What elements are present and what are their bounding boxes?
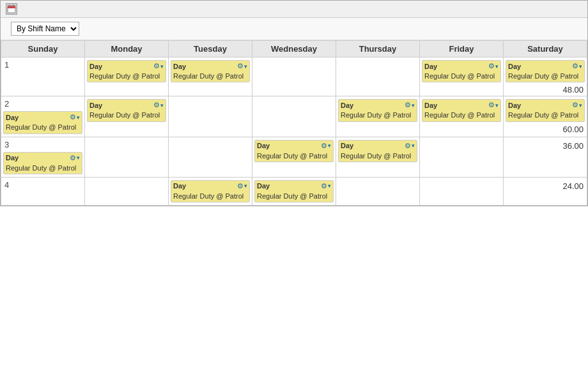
shift-header-w3-d5-s1: Day⚙▾ [341,142,415,150]
color-coding-select[interactable]: By Shift Name By Employee By Position [11,22,79,36]
day-cell-w2-d1: 2Day⚙▾Regular Duty @ Patrol [1,96,85,137]
week-row-1: 1Day⚙▾Regular Duty @ PatrolDay⚙▾Regular … [1,57,587,96]
day-cell-w4-d1: 4 [1,177,85,205]
shift-name-w1-d3-s1: Day [173,63,186,70]
shift-card-w1-d2-s1[interactable]: Day⚙▾Regular Duty @ Patrol [87,60,166,82]
header-saturday: Saturday [504,41,587,57]
day-cell-w1-d1: 1 [1,57,85,96]
shift-gear-button-w3-d1-s1[interactable]: ⚙▾ [70,154,80,162]
week-hours-4: 24.00 [505,181,585,191]
shift-header-w3-d1-s1: Day⚙▾ [6,154,80,162]
shift-header-w2-d6-s1: Day⚙▾ [424,101,499,109]
shift-card-w3-d5-s1[interactable]: Day⚙▾Regular Duty @ Patrol [338,140,417,162]
shift-card-w3-d1-s1[interactable]: Day⚙▾Regular Duty @ Patrol [3,152,82,174]
week-hours-2: 60.00 [505,125,585,134]
day-cell-w4-d7: 24.00 [504,177,587,205]
shift-header-w1-d2-s1: Day⚙▾ [89,62,164,70]
week-row-4: 4Day⚙▾Regular Duty @ PatrolDay⚙▾Regular … [1,177,587,205]
shift-header-w1-d6-s1: Day⚙▾ [424,62,499,70]
shift-header-w2-d2-s1: Day⚙▾ [89,101,164,109]
title-icon [6,3,17,15]
title-bar [1,1,587,18]
shift-desc-w2-d2-s1: Regular Duty @ Patrol [89,110,164,119]
day-cell-w3-d7: 36.00 [504,137,587,177]
shift-name-w1-d2-s1: Day [89,63,102,70]
shift-card-w2-d7-s1[interactable]: Day⚙▾Regular Duty @ Patrol [506,99,585,121]
week-number-4: 4 [3,179,83,191]
header-sunday: Sunday [1,41,85,57]
day-cell-w3-d2 [85,137,169,177]
header-wednesday: Wednesday [252,41,336,57]
shift-gear-button-w4-d4-s1[interactable]: ⚙▾ [321,182,331,190]
calendar-table: Sunday Monday Tuesday Wednesday Thursday… [1,40,587,206]
week-hours-1: 48.00 [505,85,585,95]
shift-card-w1-d6-s1[interactable]: Day⚙▾Regular Duty @ Patrol [422,60,501,82]
shift-gear-button-w4-d3-s1[interactable]: ⚙▾ [237,182,247,190]
week-number-1: 1 [3,59,83,71]
shift-name-w2-d6-s1: Day [424,102,437,109]
shift-gear-button-w3-d4-s1[interactable]: ⚙▾ [321,142,331,150]
week-number-2: 2 [3,98,83,110]
shift-name-w2-d1-s1: Day [6,114,19,121]
shift-gear-button-w1-d6-s1[interactable]: ⚙▾ [488,62,499,70]
shift-name-w3-d4-s1: Day [257,142,270,149]
day-cell-w4-d3: Day⚙▾Regular Duty @ Patrol [169,177,252,205]
shift-card-w4-d4-s1[interactable]: Day⚙▾Regular Duty @ Patrol [254,180,334,202]
header-friday: Friday [420,41,504,57]
day-cell-w4-d4: Day⚙▾Regular Duty @ Patrol [252,177,336,205]
shift-desc-w2-d7-s1: Regular Duty @ Patrol [508,110,582,119]
shift-name-w4-d3-s1: Day [173,182,186,190]
day-cell-w2-d6: Day⚙▾Regular Duty @ Patrol [420,96,504,137]
shift-desc-w3-d4-s1: Regular Duty @ Patrol [257,151,331,160]
shift-desc-w3-d5-s1: Regular Duty @ Patrol [341,151,415,160]
shift-gear-button-w2-d7-s1[interactable]: ⚙▾ [572,101,582,109]
shift-card-w2-d6-s1[interactable]: Day⚙▾Regular Duty @ Patrol [422,99,501,121]
shift-header-w2-d1-s1: Day⚙▾ [6,113,80,121]
week-number-3: 3 [3,139,83,151]
color-coding-area: By Shift Name By Employee By Position [7,22,79,36]
shift-gear-button-w2-d5-s1[interactable]: ⚙▾ [405,101,415,109]
shift-card-w1-d3-s1[interactable]: Day⚙▾Regular Duty @ Patrol [171,60,250,82]
day-cell-w1-d3: Day⚙▾Regular Duty @ Patrol [169,57,252,96]
shift-card-w4-d3-s1[interactable]: Day⚙▾Regular Duty @ Patrol [171,180,250,202]
shift-card-w3-d4-s1[interactable]: Day⚙▾Regular Duty @ Patrol [254,140,334,162]
shift-card-w2-d1-s1[interactable]: Day⚙▾Regular Duty @ Patrol [3,111,82,133]
day-cell-w2-d5: Day⚙▾Regular Duty @ Patrol [336,96,420,137]
shift-desc-w1-d3-s1: Regular Duty @ Patrol [173,72,247,80]
shift-gear-button-w2-d6-s1[interactable]: ⚙▾ [488,101,499,109]
shift-name-w2-d7-s1: Day [508,102,521,109]
calendar-header-row: Sunday Monday Tuesday Wednesday Thursday… [1,41,587,57]
day-cell-w3-d6 [420,137,504,177]
shift-header-w3-d4-s1: Day⚙▾ [257,142,331,150]
day-cell-w1-d4 [252,57,336,96]
week-row-2: 2Day⚙▾Regular Duty @ PatrolDay⚙▾Regular … [1,96,587,137]
day-cell-w3-d5: Day⚙▾Regular Duty @ Patrol [336,137,420,177]
shift-header-w4-d3-s1: Day⚙▾ [173,182,247,190]
shift-header-w1-d7-s1: Day⚙▾ [508,62,582,70]
day-cell-w4-d2 [85,177,169,205]
shift-desc-w4-d3-s1: Regular Duty @ Patrol [173,192,247,201]
day-cell-w1-d5 [336,57,420,96]
shift-name-w3-d5-s1: Day [341,142,353,149]
shift-card-w2-d2-s1[interactable]: Day⚙▾Regular Duty @ Patrol [87,99,166,121]
shift-name-w3-d1-s1: Day [6,154,19,162]
shift-gear-button-w2-d2-s1[interactable]: ⚙▾ [153,101,164,109]
shift-desc-w3-d1-s1: Regular Duty @ Patrol [6,163,80,172]
shift-gear-button-w1-d7-s1[interactable]: ⚙▾ [572,62,582,70]
shift-name-w2-d2-s1: Day [89,102,102,109]
shift-desc-w2-d1-s1: Regular Duty @ Patrol [6,123,80,132]
shift-name-w2-d5-s1: Day [341,102,353,109]
shift-gear-button-w3-d5-s1[interactable]: ⚙▾ [405,142,415,150]
day-cell-w2-d7: Day⚙▾Regular Duty @ Patrol60.00 [504,96,587,137]
shift-header-w1-d3-s1: Day⚙▾ [173,62,247,70]
shift-card-w1-d7-s1[interactable]: Day⚙▾Regular Duty @ Patrol [506,60,585,82]
shift-gear-button-w1-d3-s1[interactable]: ⚙▾ [237,62,247,70]
shift-name-w1-d7-s1: Day [508,63,521,70]
shift-desc-w1-d6-s1: Regular Duty @ Patrol [424,72,499,80]
day-cell-w2-d3 [169,96,252,137]
shift-gear-button-w2-d1-s1[interactable]: ⚙▾ [70,113,80,121]
shift-gear-button-w1-d2-s1[interactable]: ⚙▾ [153,62,164,70]
shift-name-w1-d6-s1: Day [424,63,437,70]
day-cell-w4-d6 [420,177,504,205]
shift-card-w2-d5-s1[interactable]: Day⚙▾Regular Duty @ Patrol [338,99,417,121]
